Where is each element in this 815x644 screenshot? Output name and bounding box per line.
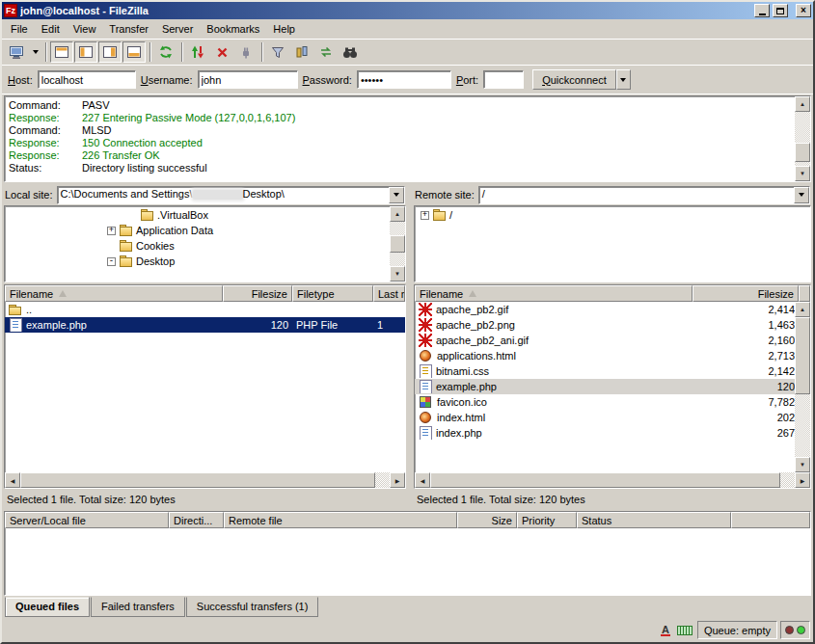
password-input[interactable] — [357, 70, 451, 89]
quickconnect-button[interactable]: Quickconnect — [532, 69, 616, 90]
menu-edit[interactable]: Edit — [35, 21, 67, 37]
cancel-button[interactable] — [210, 41, 233, 63]
remote-file-row[interactable]: apache_pb2.gif 2,414 — [415, 302, 795, 317]
tab-queued-files[interactable]: Queued files — [5, 597, 90, 617]
disconnect-button[interactable] — [234, 41, 258, 63]
scroll-down-button[interactable]: ▼ — [795, 457, 810, 472]
apache-image-icon — [419, 334, 432, 347]
local-site-combobox[interactable]: C:\Documents and Settings\Desktop\ — [57, 186, 405, 204]
filter-button[interactable] — [266, 41, 289, 63]
log-scrollbar[interactable]: ▲ ▼ — [795, 96, 810, 181]
scrollbar-thumb[interactable] — [795, 143, 810, 161]
remote-tree-icon — [102, 45, 118, 59]
collapse-icon[interactable]: - — [107, 257, 116, 266]
tree-item[interactable]: +/ — [415, 207, 810, 223]
scrollbar-track[interactable] — [795, 112, 810, 166]
remote-list-scrollbar[interactable]: ▲ ▼ — [795, 302, 810, 472]
tree-item[interactable]: +Application Data — [5, 223, 390, 238]
column-header-filesize[interactable]: Filesize — [693, 285, 799, 302]
scrollbar-thumb[interactable] — [390, 235, 405, 253]
tab-failed-transfers[interactable]: Failed transfers — [91, 597, 185, 617]
tree-item[interactable]: -Desktop — [5, 254, 390, 269]
find-files-button[interactable] — [339, 41, 362, 63]
log-lines: Command:PASV Response:227 Entering Passi… — [5, 96, 795, 181]
toggle-remote-tree-button[interactable] — [98, 41, 122, 63]
expand-icon[interactable]: + — [107, 227, 116, 235]
remote-site-dropdown-button[interactable] — [794, 187, 809, 203]
quickconnect-dropdown-button[interactable] — [616, 69, 631, 90]
menu-bookmarks[interactable]: Bookmarks — [200, 21, 266, 37]
toggle-queue-button[interactable] — [122, 41, 146, 63]
close-button[interactable]: × — [796, 4, 811, 17]
scroll-right-button[interactable]: ▶ — [390, 472, 405, 488]
minimize-button[interactable] — [754, 4, 770, 17]
local-horizontal-scrollbar[interactable]: ◀ ▶ — [5, 472, 405, 488]
maximize-button[interactable] — [773, 4, 788, 17]
local-site-dropdown-button[interactable] — [389, 187, 404, 203]
host-input[interactable] — [38, 70, 136, 89]
remote-file-row[interactable]: index.html 202 — [415, 410, 795, 425]
remote-horizontal-scrollbar[interactable]: ◀ ▶ — [415, 472, 810, 488]
remote-file-row[interactable]: bitnami.css 2,142 — [415, 363, 795, 379]
column-header-server-local-file[interactable]: Server/Local file — [5, 512, 169, 528]
tree-item[interactable]: .VirtualBox — [5, 207, 390, 223]
scrollbar-track[interactable] — [20, 472, 390, 488]
column-header-filetype[interactable]: Filetype — [292, 285, 373, 302]
scroll-up-button[interactable]: ▲ — [795, 302, 810, 317]
column-header-remote-file[interactable]: Remote file — [224, 512, 457, 528]
local-tree-scrollbar[interactable]: ▲ ▼ — [390, 206, 405, 282]
transfer-button[interactable] — [186, 41, 209, 63]
toggle-message-log-button[interactable] — [50, 41, 73, 63]
directory-comparison-button[interactable] — [290, 41, 313, 63]
remote-file-row-selected[interactable]: example.php 120 — [415, 379, 795, 394]
column-header-status[interactable]: Status — [577, 512, 731, 528]
menu-help[interactable]: Help — [266, 21, 302, 37]
column-header-filename[interactable]: Filename — [5, 285, 223, 302]
scroll-right-button[interactable]: ▶ — [795, 472, 810, 488]
scroll-up-button[interactable]: ▲ — [390, 206, 405, 222]
scrollbar-thumb[interactable] — [795, 317, 810, 394]
local-file-row[interactable]: .. — [5, 302, 405, 317]
scrollbar-thumb[interactable] — [20, 472, 375, 488]
remote-file-row[interactable]: applications.html 2,713 — [415, 348, 795, 363]
toggle-local-tree-button[interactable] — [74, 41, 97, 63]
column-header-size[interactable]: Size — [457, 512, 517, 528]
dropdown-arrow-icon — [394, 193, 399, 197]
scroll-up-button[interactable]: ▲ — [795, 96, 810, 112]
tree-item[interactable]: Cookies — [5, 238, 390, 254]
column-header-last-modified[interactable]: Last modified — [373, 285, 405, 302]
scrollbar-thumb[interactable] — [430, 472, 780, 488]
synchronized-browsing-button[interactable] — [314, 41, 338, 63]
column-header-filename[interactable]: Filename — [415, 285, 693, 302]
column-header-filesize[interactable]: Filesize — [223, 285, 292, 302]
menu-server[interactable]: Server — [155, 21, 200, 37]
remote-file-row[interactable]: apache_pb2_ani.gif 2,160 — [415, 333, 795, 348]
scrollbar-track[interactable] — [390, 222, 405, 266]
menu-view[interactable]: View — [67, 21, 103, 37]
remote-site-combobox[interactable]: / — [478, 186, 810, 204]
message-log: Command:PASV Response:227 Entering Passi… — [4, 95, 811, 182]
column-header-priority[interactable]: Priority — [517, 512, 577, 528]
refresh-button[interactable] — [154, 41, 177, 63]
site-manager-button[interactable] — [5, 41, 28, 63]
scrollbar-track[interactable] — [430, 472, 795, 488]
remote-file-row[interactable]: favicon.ico 7,782 — [415, 394, 795, 410]
expand-icon[interactable]: + — [421, 211, 429, 220]
remote-file-row[interactable]: apache_pb2.png 1,463 — [415, 317, 795, 333]
scroll-left-button[interactable]: ◀ — [5, 472, 20, 488]
remote-file-row[interactable]: index.php 267 — [415, 425, 795, 441]
scroll-down-button[interactable]: ▼ — [390, 266, 405, 282]
site-manager-dropdown-button[interactable] — [29, 41, 41, 63]
scroll-left-button[interactable]: ◀ — [415, 472, 430, 488]
scroll-down-button[interactable]: ▼ — [795, 166, 810, 181]
column-header-direction[interactable]: Directi... — [169, 512, 224, 528]
sort-ascending-icon — [59, 290, 67, 297]
local-file-row-selected[interactable]: example.php 120 PHP File 1 — [5, 317, 405, 333]
filter-icon — [271, 45, 285, 59]
username-input[interactable] — [198, 70, 298, 89]
menu-transfer[interactable]: Transfer — [102, 21, 155, 37]
port-input[interactable] — [483, 70, 524, 89]
scrollbar-track[interactable] — [795, 317, 810, 457]
tab-successful-transfers[interactable]: Successful transfers (1) — [186, 597, 319, 617]
menu-file[interactable]: File — [4, 21, 35, 37]
